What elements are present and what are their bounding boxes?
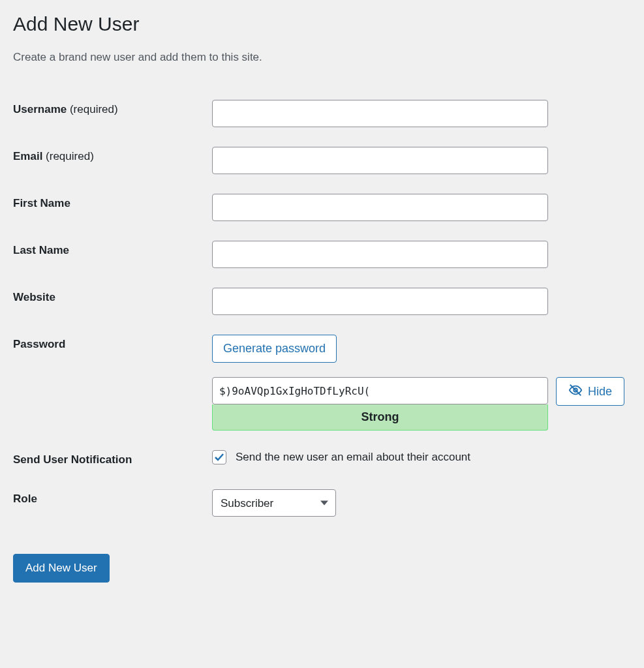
notification-checkbox[interactable] <box>212 450 226 464</box>
website-input[interactable] <box>212 288 548 315</box>
password-label: Password <box>13 338 65 350</box>
hide-button-label: Hide <box>588 385 612 399</box>
firstname-label: First Name <box>13 197 70 209</box>
page-description: Create a brand new user and add them to … <box>13 51 631 64</box>
firstname-input[interactable] <box>212 194 548 221</box>
password-strength: Strong <box>212 404 548 431</box>
check-icon <box>214 452 224 463</box>
role-label: Role <box>13 493 37 505</box>
email-label: Email <box>13 150 42 162</box>
role-select[interactable]: Subscriber <box>212 489 336 517</box>
hide-password-button[interactable]: Hide <box>556 377 624 406</box>
email-required: (required) <box>46 150 94 162</box>
page-title: Add New User <box>13 13 631 35</box>
username-required: (required) <box>70 103 118 115</box>
email-input[interactable] <box>212 147 548 174</box>
lastname-input[interactable] <box>212 241 548 268</box>
lastname-label: Last Name <box>13 244 69 256</box>
eye-slash-icon <box>568 383 583 401</box>
username-label: Username <box>13 103 67 115</box>
website-label: Website <box>13 291 55 303</box>
notification-checkbox-label: Send the new user an email about their a… <box>236 451 470 464</box>
password-input[interactable] <box>212 377 548 404</box>
username-input[interactable] <box>212 100 548 127</box>
notification-label: Send User Notification <box>13 453 132 466</box>
generate-password-button[interactable]: Generate password <box>212 335 337 363</box>
add-user-button[interactable]: Add New User <box>13 554 110 583</box>
